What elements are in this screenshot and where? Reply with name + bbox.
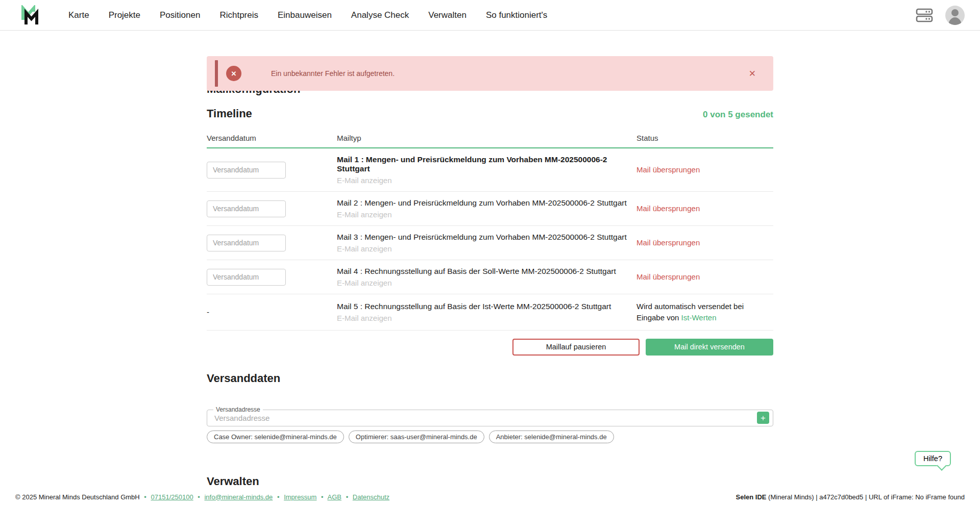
versanddaten-title: Versanddaten xyxy=(207,372,773,385)
email-anzeigen-link[interactable]: E-Mail anzeigen xyxy=(337,176,392,185)
main-content: Mailkonfiguration Timeline 0 von 5 gesen… xyxy=(207,83,773,507)
mineral-minds-logo[interactable] xyxy=(20,5,40,26)
sent-counter: 0 von 5 gesendet xyxy=(703,110,773,120)
footer-separator: • xyxy=(198,493,200,501)
nav-item-projekte[interactable]: Projekte xyxy=(109,10,140,20)
email-anzeigen-link[interactable]: E-Mail anzeigen xyxy=(337,210,392,219)
table-row: Mail 3 : Mengen- und Preisrückmeldung zu… xyxy=(207,226,773,260)
mail-direkt-versenden-button[interactable]: Mail direkt versenden xyxy=(646,339,773,356)
avatar-head xyxy=(951,9,959,16)
table-row: - Mail 5 : Rechnungsstellung auf Basis d… xyxy=(207,294,773,331)
nav-item-verwalten[interactable]: Verwalten xyxy=(428,10,467,20)
versanddatum-empty: - xyxy=(207,308,209,316)
versanddatum-input[interactable] xyxy=(207,235,286,251)
close-icon[interactable]: ✕ xyxy=(746,67,759,80)
footer-separator: • xyxy=(321,493,324,501)
chip-optimierer[interactable]: Optimierer: saas-user@mineral-minds.de xyxy=(349,430,484,443)
copyright-text: © 2025 Mineral Minds Deutschland GmbH xyxy=(15,493,140,501)
ide-name: Selen IDE xyxy=(736,493,767,501)
versandadresse-label: Versandadresse xyxy=(213,406,263,413)
avatar-shoulders xyxy=(948,17,962,25)
nav-item-so-funktionierts[interactable]: So funktioniert's xyxy=(486,10,547,20)
app-footer: © 2025 Mineral Minds Deutschland GmbH • … xyxy=(0,487,980,507)
maillauf-pausieren-button[interactable]: Maillauf pausieren xyxy=(512,339,640,356)
versanddatum-input[interactable] xyxy=(207,162,286,179)
mail-title: Mail 2 : Mengen- und Preisrückmeldung zu… xyxy=(337,198,636,208)
nav-item-einbauweisen[interactable]: Einbauweisen xyxy=(278,10,332,20)
timeline-header: Timeline 0 von 5 gesendet xyxy=(207,107,773,120)
nav-item-karte[interactable]: Karte xyxy=(68,10,89,20)
footer-separator: • xyxy=(144,493,146,501)
error-banner: ✕ Ein unbekannter Fehler ist aufgetreten… xyxy=(207,56,773,91)
chip-case-owner[interactable]: Case Owner: selenide@mineral-minds.de xyxy=(207,430,344,443)
table-row: Mail 2 : Mengen- und Preisrückmeldung zu… xyxy=(207,192,773,226)
add-address-button[interactable]: + xyxy=(757,412,769,424)
user-avatar-icon[interactable] xyxy=(945,6,965,25)
phone-link[interactable]: 07151/250100 xyxy=(151,493,193,501)
status-badge: Mail übersprungen xyxy=(636,272,700,281)
footer-left: © 2025 Mineral Minds Deutschland GmbH • … xyxy=(15,493,389,501)
footer-separator: • xyxy=(346,493,349,501)
status-auto-text: Wird automatisch versendet bei Eingabe v… xyxy=(636,301,764,323)
email-anzeigen-link[interactable]: E-Mail anzeigen xyxy=(337,244,392,253)
ide-info: (Mineral Minds) | a472c7d0bed5 | URL of … xyxy=(767,493,965,501)
impressum-link[interactable]: Impressum xyxy=(284,493,316,501)
table-row: Mail 4 : Rechnungsstellung auf Basis der… xyxy=(207,260,773,294)
timeline-actions: Maillauf pausieren Mail direkt versenden xyxy=(207,339,773,356)
versandadresse-input[interactable] xyxy=(207,414,773,422)
hilfe-button[interactable]: Hilfe? xyxy=(915,451,951,466)
timeline-table: Versanddatum Mailtyp Status Mail 1 : Men… xyxy=(207,128,773,331)
mail-title: Mail 4 : Rechnungsstellung auf Basis der… xyxy=(337,267,636,276)
email-link[interactable]: info@mineral-minds.de xyxy=(204,493,273,501)
nav-item-analyse-check[interactable]: Analyse Check xyxy=(351,10,409,20)
agb-link[interactable]: AGB xyxy=(328,493,341,501)
column-versanddatum: Versanddatum xyxy=(207,128,337,148)
footer-separator: • xyxy=(277,493,280,501)
mail-title: Mail 5 : Rechnungsstellung auf Basis der… xyxy=(337,302,636,311)
verwalten-title: Verwalten xyxy=(207,475,773,488)
recipient-chips: Case Owner: selenide@mineral-minds.de Op… xyxy=(207,430,773,443)
status-badge: Mail übersprungen xyxy=(636,204,700,213)
mail-title: Mail 3 : Mengen- und Preisrückmeldung zu… xyxy=(337,233,636,242)
app-header: Karte Projekte Positionen Richtpreis Ein… xyxy=(0,0,980,31)
email-anzeigen-link[interactable]: E-Mail anzeigen xyxy=(337,314,392,322)
main-nav: Karte Projekte Positionen Richtpreis Ein… xyxy=(68,10,547,20)
versanddatum-input[interactable] xyxy=(207,200,286,217)
error-message: Ein unbekannter Fehler ist aufgetreten. xyxy=(271,69,395,78)
nav-item-positionen[interactable]: Positionen xyxy=(160,10,200,20)
versanddatum-input[interactable] xyxy=(207,269,286,286)
table-header-row: Versanddatum Mailtyp Status xyxy=(207,128,773,148)
error-icon: ✕ xyxy=(226,66,241,81)
nav-item-richtpreis[interactable]: Richtpreis xyxy=(219,10,258,20)
status-badge: Mail übersprungen xyxy=(636,165,700,174)
header-actions xyxy=(916,6,965,25)
chip-anbieter[interactable]: Anbieter: selenide@mineral-minds.de xyxy=(489,430,614,443)
error-accent-bar xyxy=(215,60,218,87)
timeline-title: Timeline xyxy=(207,107,252,120)
datenschutz-link[interactable]: Datenschutz xyxy=(353,493,389,501)
column-status: Status xyxy=(636,128,773,148)
table-row: Mail 1 : Mengen- und Preisrückmeldung zu… xyxy=(207,148,773,192)
email-anzeigen-link[interactable]: E-Mail anzeigen xyxy=(337,278,392,287)
status-badge: Mail übersprungen xyxy=(636,238,700,247)
footer-right: Selen IDE (Mineral Minds) | a472c7d0bed5… xyxy=(736,493,965,501)
versandadresse-field: Versandadresse + xyxy=(207,410,773,426)
column-mailtyp: Mailtyp xyxy=(337,128,636,148)
mail-title: Mail 1 : Mengen- und Preisrückmeldung zu… xyxy=(337,155,636,173)
logo-icon xyxy=(20,5,40,26)
server-icon[interactable] xyxy=(916,8,933,23)
ist-werten-link[interactable]: Ist-Werten xyxy=(681,313,717,322)
